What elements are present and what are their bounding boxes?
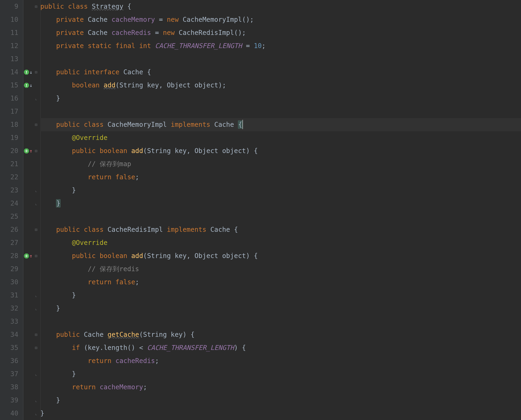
gutter-icon-slot[interactable] <box>23 92 33 105</box>
code-line[interactable]: public interface Cache { <box>40 66 521 79</box>
gutter-icon-slot[interactable] <box>23 341 33 354</box>
line-number[interactable]: 19 <box>0 131 18 144</box>
line-number[interactable]: 13 <box>0 52 18 66</box>
fold-marker[interactable]: ⌞ <box>33 289 39 302</box>
code-line[interactable]: } <box>40 92 521 105</box>
line-number[interactable]: 22 <box>0 171 18 184</box>
fold-marker[interactable] <box>33 276 39 289</box>
fold-marker[interactable] <box>33 171 39 184</box>
line-number[interactable]: 28 <box>0 249 18 262</box>
fold-marker[interactable] <box>33 158 39 171</box>
gutter-icon-slot[interactable] <box>23 118 33 131</box>
fold-column[interactable]: ⊟⊟⌞⊟⊟⌞⌞⊟⊟⌞⌞⊟⊟⌞⌞⌞ <box>33 0 39 420</box>
gutter-icon-slot[interactable] <box>23 13 33 26</box>
gutter-icon-slot[interactable] <box>23 105 33 118</box>
fold-marker[interactable]: ⊟ <box>33 66 39 79</box>
code-line[interactable]: return false; <box>40 276 521 289</box>
line-number[interactable]: 12 <box>0 39 18 52</box>
gutter-icon-slot[interactable] <box>23 39 33 52</box>
code-line[interactable]: } <box>40 394 521 407</box>
fold-marker[interactable]: ⊟ <box>33 118 39 131</box>
code-line[interactable]: public class CacheRedisImpl implements C… <box>40 223 521 236</box>
gutter-icon-slot[interactable]: O↑ <box>23 144 33 158</box>
gutter-icon-slot[interactable] <box>23 26 33 39</box>
override-icon[interactable]: O <box>24 148 29 154</box>
code-line[interactable]: } <box>40 368 521 381</box>
code-line[interactable]: public Cache getCache(String key) { <box>40 328 521 341</box>
code-line[interactable] <box>40 315 521 328</box>
code-line[interactable]: } <box>40 197 521 210</box>
line-number[interactable]: 24 <box>0 197 18 210</box>
gutter-icon-slot[interactable] <box>23 368 33 381</box>
line-number[interactable]: 31 <box>0 289 18 302</box>
fold-marker[interactable]: ⊟ <box>33 144 39 158</box>
fold-marker[interactable]: ⌞ <box>33 197 39 210</box>
fold-marker[interactable]: ⌞ <box>33 92 39 105</box>
line-number[interactable]: 9 <box>0 0 18 13</box>
code-line[interactable]: public boolean add(String key, Object ob… <box>40 144 521 158</box>
gutter-icon-slot[interactable] <box>23 302 33 315</box>
fold-marker[interactable]: ⊟ <box>33 223 39 236</box>
fold-marker[interactable] <box>33 13 39 26</box>
implements-icon[interactable]: I <box>24 70 29 75</box>
code-line[interactable]: public boolean add(String key, Object ob… <box>40 249 521 262</box>
line-number[interactable]: 29 <box>0 262 18 276</box>
gutter-icon-slot[interactable] <box>23 262 33 276</box>
fold-marker[interactable] <box>33 39 39 52</box>
fold-marker[interactable] <box>33 26 39 39</box>
fold-marker[interactable]: ⌞ <box>33 368 39 381</box>
fold-marker[interactable] <box>33 236 39 249</box>
fold-marker[interactable]: ⌞ <box>33 394 39 407</box>
code-line[interactable]: } <box>40 407 521 420</box>
fold-marker[interactable] <box>33 52 39 66</box>
line-number[interactable]: 35 <box>0 341 18 354</box>
code-editor[interactable]: 9101112131415161718192021222324252627282… <box>0 0 521 420</box>
class-strategy[interactable]: Strategy <box>92 3 123 10</box>
fold-marker[interactable] <box>33 105 39 118</box>
gutter-icon-slot[interactable] <box>23 315 33 328</box>
gutter-icon-slot[interactable] <box>23 197 33 210</box>
line-number[interactable]: 32 <box>0 302 18 315</box>
code-line[interactable] <box>40 210 521 223</box>
override-icon[interactable]: O <box>24 253 29 259</box>
line-number[interactable]: 18 <box>0 118 18 131</box>
line-number[interactable]: 34 <box>0 328 18 341</box>
code-area[interactable]: public class Strategy { private Cache ca… <box>39 0 521 420</box>
gutter-icon-slot[interactable] <box>23 158 33 171</box>
gutter-icon-slot[interactable] <box>23 184 33 197</box>
gutter-icon-slot[interactable]: I↓ <box>23 79 33 92</box>
fold-marker[interactable]: ⊟ <box>33 328 39 341</box>
line-number[interactable]: 39 <box>0 394 18 407</box>
gutter-icon-slot[interactable] <box>23 0 33 13</box>
fold-marker[interactable] <box>33 315 39 328</box>
code-line[interactable]: private Cache cacheMemory = new CacheMem… <box>40 13 521 26</box>
line-number[interactable]: 23 <box>0 184 18 197</box>
gutter-icon-slot[interactable] <box>23 328 33 341</box>
line-number[interactable]: 33 <box>0 315 18 328</box>
code-line[interactable]: // 保存到map <box>40 158 521 171</box>
line-number[interactable]: 11 <box>0 26 18 39</box>
fold-marker[interactable] <box>33 210 39 223</box>
gutter-icon-slot[interactable] <box>23 236 33 249</box>
fold-marker[interactable]: ⌞ <box>33 407 39 420</box>
line-number[interactable]: 25 <box>0 210 18 223</box>
code-line[interactable]: private Cache cacheRedis = new CacheRedi… <box>40 26 521 39</box>
code-line[interactable]: } <box>40 184 521 197</box>
code-line[interactable]: } <box>40 289 521 302</box>
fold-marker[interactable]: ⌞ <box>33 184 39 197</box>
line-number[interactable]: 21 <box>0 158 18 171</box>
fold-marker[interactable] <box>33 79 39 92</box>
code-line[interactable] <box>40 105 521 118</box>
code-line[interactable]: @Override <box>40 236 521 249</box>
gutter-icon-slot[interactable] <box>23 407 33 420</box>
code-line[interactable]: return cacheRedis; <box>40 354 521 368</box>
code-line[interactable]: return cacheMemory; <box>40 381 521 394</box>
gutter-icon-slot[interactable] <box>23 381 33 394</box>
fold-marker[interactable]: ⊟ <box>33 0 39 13</box>
code-line[interactable]: } <box>40 302 521 315</box>
code-line[interactable]: private static final int CACHE_THRANSFER… <box>40 39 521 52</box>
gutter-icon-slot[interactable] <box>23 171 33 184</box>
line-number[interactable]: 30 <box>0 276 18 289</box>
line-number[interactable]: 27 <box>0 236 18 249</box>
line-number[interactable]: 10 <box>0 13 18 26</box>
